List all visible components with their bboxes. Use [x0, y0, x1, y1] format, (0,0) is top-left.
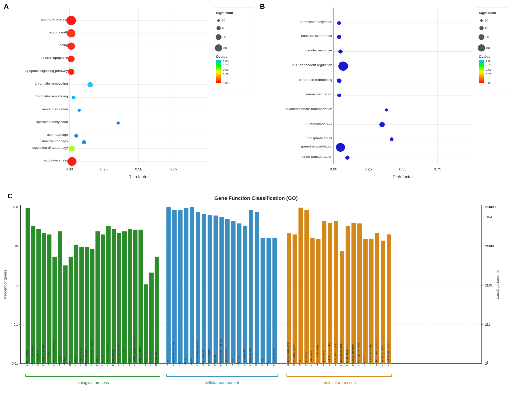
- svg-text:chemoattractant activity: chemoattractant activity: [369, 345, 372, 366]
- svg-text:establishment of localization: establishment of localization: [53, 341, 55, 366]
- dot-axon: [74, 134, 78, 138]
- svg-text:Rich factor: Rich factor: [128, 174, 149, 179]
- dot-neuron-death: [67, 29, 75, 37]
- svg-text:base-excision repair: base-excision repair: [301, 34, 332, 38]
- svg-text:phosphate shunt: phosphate shunt: [306, 136, 332, 140]
- dot-chromatin2: [72, 96, 75, 99]
- svg-text:10: 10: [14, 245, 18, 248]
- svg-text:chromatin remodeling: chromatin remodeling: [35, 82, 68, 85]
- svg-text:Percent of genes: Percent of genes: [3, 270, 7, 299]
- dot-macro1: [82, 140, 86, 144]
- svg-text:100: 100: [13, 205, 18, 209]
- svg-text:cell stage phase: cell stage phase: [150, 351, 152, 366]
- svg-text:40: 40: [222, 26, 225, 30]
- dot-spermine: [116, 122, 120, 125]
- svg-text:virion: virion: [267, 361, 269, 366]
- svg-text:0.50: 0.50: [223, 68, 229, 71]
- bar-membrane-lumen: [172, 210, 177, 364]
- svg-text:0.25: 0.25: [223, 73, 229, 76]
- svg-text:1.00: 1.00: [486, 60, 491, 63]
- svg-text:cell part: cell part: [190, 359, 193, 366]
- svg-point-43: [216, 34, 221, 40]
- dot-b-base: [337, 35, 341, 39]
- bar-protein-complex: [196, 212, 200, 364]
- svg-text:neuron apoptosis: neuron apoptosis: [41, 56, 68, 60]
- bar-signal-trans: [334, 221, 338, 364]
- svg-text:chem regulator activity: chem regulator activity: [381, 346, 383, 366]
- bar-metabolic: [26, 208, 30, 364]
- svg-text:0.25: 0.25: [364, 167, 372, 171]
- top-row: A: [0, 0, 512, 190]
- svg-text:prtrescine acetylation: prtrescine acetylation: [299, 20, 332, 24]
- bar-supra: [243, 226, 247, 364]
- svg-text:0.00: 0.00: [330, 167, 337, 171]
- svg-text:biological adhesion: biological adhesion: [112, 349, 114, 366]
- svg-text:0.75: 0.75: [223, 64, 229, 67]
- svg-text:0.75: 0.75: [434, 167, 441, 171]
- bar-reprod-proc: [79, 247, 84, 364]
- bar-protein-tiy: [363, 239, 367, 364]
- svg-point-92: [479, 26, 484, 30]
- bar-cell-kill: [63, 266, 67, 364]
- svg-text:Signi Num: Signi Num: [216, 11, 233, 15]
- svg-text:extracellular matrix: extracellular matrix: [226, 349, 228, 366]
- dot-b-nerve: [337, 94, 341, 97]
- svg-text:action: action: [69, 361, 71, 366]
- bar-bio-adh: [112, 229, 116, 364]
- svg-text:cell: cell: [255, 363, 257, 366]
- svg-text:chromatin remodeling: chromatin remodeling: [35, 95, 68, 98]
- svg-text:electron transfer activity: electron transfer activity: [316, 344, 319, 366]
- svg-text:locomotion: locomotion: [96, 356, 98, 366]
- svg-text:80: 80: [486, 46, 490, 50]
- svg-text:membrane and part: membrane and part: [249, 348, 252, 366]
- svg-text:transporter activity: transporter activity: [322, 349, 325, 366]
- svg-text:2149: 2149: [487, 244, 494, 248]
- svg-text:ATP-dependent regulation: ATP-dependent regulation: [292, 63, 332, 67]
- bar-loco: [95, 231, 100, 364]
- svg-text:extracellular region: extracellular region: [208, 349, 210, 366]
- svg-point-41: [217, 26, 221, 30]
- bar-sig-behav: [155, 257, 159, 364]
- svg-text:cellular response: cellular response: [306, 49, 332, 52]
- bar-cell-junc: [237, 223, 241, 364]
- svg-text:20: 20: [222, 19, 225, 22]
- svg-text:synapse: synapse: [232, 359, 234, 366]
- svg-text:215: 215: [487, 283, 492, 287]
- svg-text:localization: localization: [58, 356, 60, 366]
- svg-text:enzyme regulator activity: enzyme regulator activity: [352, 343, 354, 366]
- bar-cell: [255, 212, 259, 364]
- svg-text:spermine acetylation: spermine acetylation: [300, 144, 332, 148]
- panel-b-chart: 0.00 0.25 0.50 0.75 Rich factor prtresci…: [256, 0, 512, 190]
- dot-oxidative: [67, 157, 76, 166]
- panel-a-chart: 0.00 0.25 0.50 0.75 Rich factor apoptoti…: [0, 0, 256, 190]
- svg-point-94: [479, 34, 484, 40]
- dot-b-prtrescine: [337, 21, 341, 25]
- svg-text:40: 40: [485, 26, 488, 30]
- svg-text:oxidative stress: oxidative stress: [44, 158, 68, 162]
- bar-extracell-reg: [208, 215, 212, 364]
- svg-text:Qvalue: Qvalue: [216, 55, 228, 58]
- svg-text:biology: biology: [167, 360, 169, 366]
- dot-chromatin1: [87, 82, 93, 87]
- svg-text:axon damage: axon damage: [47, 133, 68, 137]
- svg-text:cellular process: cellular process: [47, 352, 50, 366]
- svg-text:21: 21: [487, 323, 490, 326]
- main-container: A: [0, 0, 512, 420]
- svg-text:2: 2: [487, 361, 488, 364]
- svg-text:antioxidant activity: antioxidant activity: [311, 349, 313, 366]
- svg-text:catalytic activity: catalytic activity: [305, 352, 307, 366]
- svg-text:cellular component: cellular component: [205, 380, 239, 385]
- svg-text:receptor regulator activity: receptor regulator activity: [358, 343, 360, 366]
- svg-text:cell junction: cell junction: [237, 355, 240, 366]
- svg-text:channel molecule activity: channel molecule activity: [293, 343, 295, 366]
- svg-text:20: 20: [485, 19, 488, 22]
- bar-cel-region: [202, 214, 206, 364]
- bar-virion: [266, 238, 271, 364]
- bar-response2: [139, 230, 143, 364]
- svg-text:21490: 21490: [487, 205, 496, 209]
- svg-text:multi-organism process: multi-organism process: [42, 345, 44, 366]
- bar-cel-org: [31, 226, 35, 364]
- svg-text:0.00: 0.00: [486, 82, 491, 85]
- bar-organelle: [178, 210, 182, 364]
- svg-text:0.1: 0.1: [14, 323, 18, 326]
